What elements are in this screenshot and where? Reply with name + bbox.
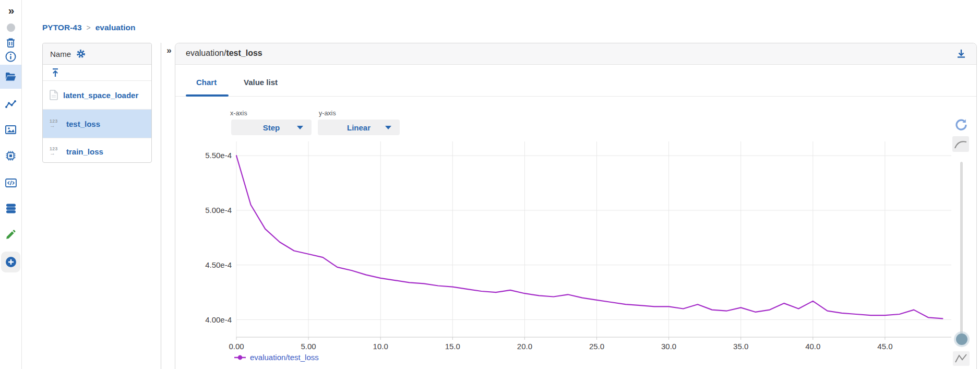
list-item-label: test_loss (66, 120, 100, 128)
list-item-latent-space-loader[interactable]: latent_space_loader (43, 81, 151, 110)
download-button[interactable] (955, 48, 968, 61)
svg-text:40.0: 40.0 (805, 342, 820, 351)
raw-line-toggle-button[interactable] (953, 351, 970, 366)
attribute-panel: Name latent_space_loader 123→ test_loss … (42, 43, 152, 163)
svg-text:10.0: 10.0 (373, 342, 388, 351)
breadcrumb-section-link[interactable]: evaluation (95, 23, 136, 32)
navigate-up-row[interactable] (43, 65, 151, 81)
list-item-label: latent_space_loader (63, 91, 138, 100)
sidebar-item-source-code[interactable] (0, 172, 21, 193)
card-title: evaluation/test_loss (186, 49, 262, 58)
arrow-up-to-parent-icon (51, 68, 60, 78)
legend-series-label: evaluation/test_loss (250, 353, 319, 362)
breadcrumb: PYTOR-43>evaluation (42, 23, 135, 32)
y-axis-label: y-axis (319, 110, 336, 117)
svg-text:5.00: 5.00 (301, 342, 316, 351)
svg-text:5.00e-4: 5.00e-4 (205, 206, 232, 215)
breadcrumb-separator: > (87, 23, 91, 32)
svg-text:15.0: 15.0 (445, 342, 460, 351)
sidebar-item-hardware[interactable] (0, 145, 21, 166)
svg-text:4.50e-4: 4.50e-4 (205, 260, 232, 269)
line-chart[interactable]: 5.50e-45.00e-44.50e-44.00e-40.005.0010.0… (199, 137, 961, 352)
svg-text:30.0: 30.0 (661, 342, 676, 351)
list-item-label: train_loss (66, 147, 103, 156)
double-chevron-right-icon: » (8, 4, 14, 17)
metric-card: evaluation/test_loss Chart Value list x-… (175, 43, 977, 369)
sidebar-item-all-metadata[interactable] (0, 65, 21, 89)
zigzag-raw-line-icon (954, 353, 968, 364)
chart-legend: evaluation/test_loss (234, 353, 319, 362)
smoothing-slider-track[interactable] (960, 162, 963, 338)
x-axis-label: x-axis (230, 110, 247, 117)
svg-text:25.0: 25.0 (589, 342, 604, 351)
sidebar-item-artifacts[interactable] (0, 198, 21, 219)
double-chevron-right-icon: » (166, 45, 170, 56)
panel-divider (161, 43, 161, 369)
svg-text:20.0: 20.0 (517, 342, 532, 351)
breadcrumb-project-link[interactable]: PYTOR-43 (42, 23, 82, 32)
smoothing-curve-button[interactable] (952, 136, 969, 152)
line-chart-icon (5, 100, 16, 109)
tab-value-list[interactable]: Value list (244, 78, 278, 87)
edit-button[interactable] (0, 224, 21, 245)
image-icon (5, 125, 16, 134)
chevron-down-icon (297, 126, 303, 129)
plus-circle-icon (5, 256, 17, 268)
smoothing-curve-icon (954, 139, 967, 149)
reset-zoom-icon (954, 118, 968, 132)
name-column-header: Name (50, 50, 71, 58)
x-axis-dropdown[interactable]: Step (231, 120, 312, 135)
tab-chart[interactable]: Chart (196, 78, 217, 87)
tabs-divider (175, 96, 976, 97)
code-icon (5, 178, 17, 187)
chevron-down-icon (385, 126, 391, 129)
file-icon (50, 90, 58, 100)
y-axis-dropdown[interactable]: Linear (318, 120, 400, 135)
reset-zoom-button[interactable] (954, 118, 968, 132)
chip-icon (5, 150, 16, 161)
svg-text:35.0: 35.0 (733, 342, 748, 351)
sidebar-item-images[interactable] (0, 119, 21, 140)
folder-open-icon (5, 72, 16, 81)
card-header: evaluation/test_loss (175, 43, 976, 65)
attribute-panel-header: Name (43, 43, 151, 65)
list-item-train-loss[interactable]: 123→ train_loss (43, 138, 151, 164)
gear-icon[interactable] (76, 49, 86, 58)
sidebar-item-charts[interactable] (0, 94, 21, 115)
numeric-series-icon: 123→ (50, 147, 61, 157)
pencil-icon (6, 230, 16, 240)
svg-text:0.00: 0.00 (229, 342, 244, 351)
info-button[interactable] (0, 46, 21, 67)
info-icon (5, 51, 16, 62)
active-tab-underline (186, 94, 229, 97)
numeric-series-icon: 123→ (50, 119, 61, 129)
app-root: » PYTOR-43> (0, 0, 980, 369)
svg-text:5.50e-4: 5.50e-4 (205, 151, 232, 160)
list-item-test-loss-selected[interactable]: 123→ test_loss (43, 110, 151, 138)
download-icon (955, 48, 967, 59)
add-new-button[interactable] (1, 252, 20, 272)
left-toolbar: » (0, 0, 22, 369)
svg-text:45.0: 45.0 (877, 342, 892, 351)
smoothing-slider-knob[interactable] (956, 334, 967, 345)
database-icon (6, 204, 16, 213)
series-marker-icon (234, 354, 246, 361)
svg-text:4.00e-4: 4.00e-4 (205, 315, 232, 324)
collapse-list-panel-button[interactable]: » (163, 45, 174, 56)
